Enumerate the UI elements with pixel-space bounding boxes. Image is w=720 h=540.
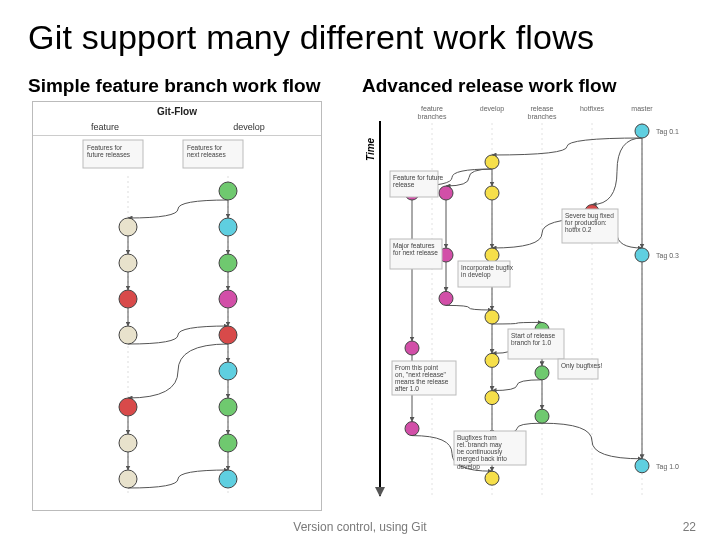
svg-point-50 xyxy=(485,353,499,367)
svg-text:Only bugfixes!: Only bugfixes! xyxy=(561,362,602,370)
svg-point-46 xyxy=(439,291,453,305)
svg-text:Tag 0.3: Tag 0.3 xyxy=(656,252,679,260)
svg-point-17 xyxy=(219,398,237,416)
svg-point-53 xyxy=(535,409,549,423)
svg-point-14 xyxy=(219,326,237,344)
svg-point-41 xyxy=(635,248,649,262)
svg-text:Start of releasebranch for 1.0: Start of releasebranch for 1.0 xyxy=(511,332,555,346)
svg-point-54 xyxy=(405,422,419,436)
svg-text:hotfixes: hotfixes xyxy=(580,105,605,112)
svg-text:Major featuresfor next release: Major featuresfor next release xyxy=(393,242,438,256)
svg-point-18 xyxy=(119,434,137,452)
slide: Git support many different work flows Si… xyxy=(0,0,720,540)
svg-text:Time: Time xyxy=(365,137,376,161)
svg-point-19 xyxy=(219,434,237,452)
lane-label: feature xyxy=(33,119,177,135)
left-heading: Simple feature branch work flow xyxy=(28,75,348,97)
svg-point-8 xyxy=(219,218,237,236)
right-column: Advanced release work flow Timefeaturebr… xyxy=(362,75,692,511)
svg-point-6 xyxy=(219,182,237,200)
right-heading: Advanced release work flow xyxy=(362,75,692,97)
svg-point-38 xyxy=(439,186,453,200)
svg-point-12 xyxy=(219,290,237,308)
svg-point-11 xyxy=(119,290,137,308)
footer-caption: Version control, using Git xyxy=(293,520,426,534)
lane-label: develop xyxy=(177,119,321,135)
svg-point-16 xyxy=(119,398,137,416)
svg-text:develop: develop xyxy=(480,105,505,113)
svg-point-36 xyxy=(485,155,499,169)
slide-title: Git support many different work flows xyxy=(28,18,692,57)
svg-point-47 xyxy=(485,310,499,324)
left-column: Simple feature branch work flow Git-Flow… xyxy=(28,75,348,511)
left-diagram: Features forfuture releasesFeatures forn… xyxy=(33,136,321,506)
svg-text:Tag 0.1: Tag 0.1 xyxy=(656,128,679,136)
left-lane-header: feature develop xyxy=(33,119,321,136)
svg-point-49 xyxy=(405,341,419,355)
svg-point-21 xyxy=(219,470,237,488)
svg-point-13 xyxy=(119,326,137,344)
right-diagram: Timefeaturebranchesdevelopreleasebranche… xyxy=(362,101,692,506)
svg-point-34 xyxy=(635,124,649,138)
right-panel: Timefeaturebranchesdevelopreleasebranche… xyxy=(362,101,692,511)
left-panel: Git-Flow feature develop Features forfut… xyxy=(32,101,322,511)
svg-point-45 xyxy=(485,248,499,262)
svg-point-51 xyxy=(535,366,549,380)
svg-point-20 xyxy=(119,470,137,488)
svg-text:master: master xyxy=(631,105,653,112)
footer-page-number: 22 xyxy=(683,520,696,534)
svg-point-10 xyxy=(219,254,237,272)
svg-text:featurebranches: featurebranches xyxy=(418,105,447,120)
svg-text:releasebranches: releasebranches xyxy=(528,105,557,120)
left-panel-title: Git-Flow xyxy=(33,102,321,119)
svg-point-15 xyxy=(219,362,237,380)
svg-point-39 xyxy=(485,186,499,200)
svg-point-56 xyxy=(635,459,649,473)
svg-point-7 xyxy=(119,218,137,236)
svg-point-58 xyxy=(485,471,499,485)
svg-text:Tag 1.0: Tag 1.0 xyxy=(656,463,679,471)
svg-point-52 xyxy=(485,391,499,405)
svg-point-9 xyxy=(119,254,137,272)
svg-text:Features fornext releases: Features fornext releases xyxy=(187,144,226,158)
columns: Simple feature branch work flow Git-Flow… xyxy=(28,75,692,511)
